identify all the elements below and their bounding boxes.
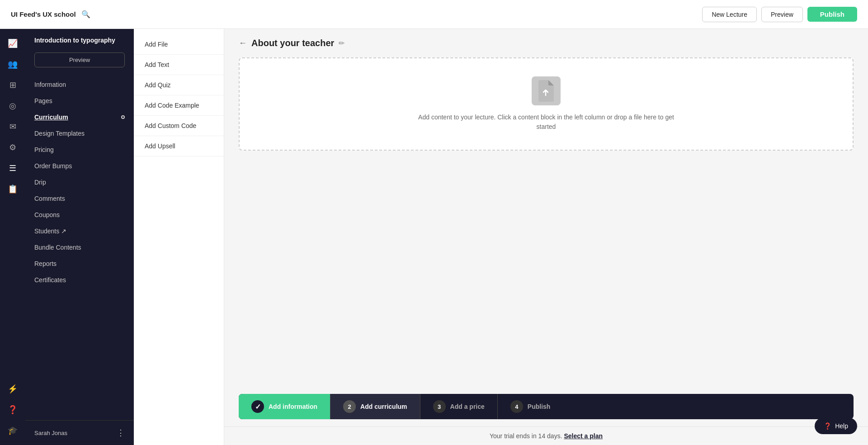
sidebar-item-curriculum[interactable]: Curriculum xyxy=(25,109,134,125)
user-info-bar: Sarah Jonas ⋮ xyxy=(25,420,134,445)
sidebar-item-reports[interactable]: Reports xyxy=(25,256,134,272)
sidebar-item-coupons[interactable]: Coupons xyxy=(25,207,134,223)
graduation-icon[interactable]: 🎓 xyxy=(4,421,22,440)
users-icon[interactable]: 👥 xyxy=(4,55,22,73)
sidebar-item-order-bumps[interactable]: Order Bumps xyxy=(25,158,134,174)
progress-bar-area: ✓ Add information 2 Add curriculum 3 Add… xyxy=(224,387,868,426)
step3-badge: 3 xyxy=(433,400,446,413)
active-dot xyxy=(121,115,125,119)
step-add-curriculum[interactable]: 2 Add curriculum xyxy=(330,394,420,419)
settings-icon[interactable]: ⚙ xyxy=(4,138,22,156)
lecture-content-area[interactable]: Add content to your lecture. Click a con… xyxy=(224,54,868,387)
sidebar-item-pages[interactable]: Pages xyxy=(25,93,134,109)
add-custom-code-option[interactable]: Add Custom Code xyxy=(134,116,224,136)
page-header: ← About your teacher ✏ xyxy=(224,29,868,54)
step-add-information[interactable]: ✓ Add information xyxy=(239,394,330,419)
app-logo: UI Feed's UX school xyxy=(11,10,76,18)
sidebar-item-information[interactable]: Information xyxy=(25,76,134,93)
select-plan-link[interactable]: Select a plan xyxy=(564,432,603,440)
main-content: ← About your teacher ✏ Add content to yo… xyxy=(224,29,868,445)
main-layout: 📈 👥 ⊞ ◎ ✉ ⚙ ☰ 📋 ⚡ ❓ 🎓 Introduction to ty… xyxy=(0,29,868,445)
sidebar-item-certificates[interactable]: Certificates xyxy=(25,272,134,288)
topbar-left: UI Feed's UX school 🔍 xyxy=(11,10,90,19)
user-name: Sarah Jonas xyxy=(34,430,67,436)
step1-badge: ✓ xyxy=(251,400,264,413)
curriculum-list-icon[interactable]: ☰ xyxy=(4,159,22,177)
course-nav: Information Pages Curriculum Design Temp… xyxy=(25,76,134,288)
step-publish[interactable]: 4 Publish xyxy=(498,394,563,419)
icon-sidebar: 📈 👥 ⊞ ◎ ✉ ⚙ ☰ 📋 ⚡ ❓ 🎓 xyxy=(0,29,25,445)
sidebar-item-comments[interactable]: Comments xyxy=(25,190,134,207)
course-title: Introduction to typography xyxy=(25,36,134,52)
add-upsell-option[interactable]: Add Upsell xyxy=(134,136,224,156)
sidebar-item-pricing[interactable]: Pricing xyxy=(25,142,134,158)
page-title: About your teacher xyxy=(251,38,334,48)
search-icon[interactable]: 🔍 xyxy=(81,10,90,19)
preview-button[interactable]: Preview xyxy=(761,7,803,22)
help-circle-icon[interactable]: ❓ xyxy=(4,401,22,419)
user-menu-icon[interactable]: ⋮ xyxy=(117,428,125,438)
add-text-option[interactable]: Add Text xyxy=(134,55,224,75)
drop-zone-text: Add content to your lecture. Click a con… xyxy=(410,113,682,132)
drop-zone[interactable]: Add content to your lecture. Click a con… xyxy=(239,57,854,151)
step4-badge: 4 xyxy=(510,400,523,413)
edit-title-icon[interactable]: ✏ xyxy=(339,39,344,47)
sidebar-item-drip[interactable]: Drip xyxy=(25,174,134,190)
step4-label: Publish xyxy=(528,403,551,410)
step-add-price[interactable]: 3 Add a price xyxy=(420,394,497,419)
step2-badge: 2 xyxy=(343,400,356,413)
help-icon: ❓ xyxy=(824,422,831,430)
step2-label: Add curriculum xyxy=(360,403,407,410)
dashboard-icon[interactable]: ⊞ xyxy=(4,76,22,94)
help-button[interactable]: ❓ Help xyxy=(815,418,857,434)
new-lecture-button[interactable]: New Lecture xyxy=(702,7,757,22)
back-button[interactable]: ← xyxy=(239,38,247,48)
trial-text: Your trial ends in 14 days. xyxy=(490,432,564,440)
trial-bar: Your trial ends in 14 days. Select a pla… xyxy=(224,426,868,445)
calendar-icon[interactable]: 📋 xyxy=(4,180,22,198)
analytics-icon[interactable]: 📈 xyxy=(4,34,22,52)
sidebar-item-design-templates[interactable]: Design Templates xyxy=(25,125,134,142)
drop-zone-icon xyxy=(532,76,561,105)
help-label: Help xyxy=(835,422,848,430)
messages-icon[interactable]: ✉ xyxy=(4,118,22,136)
content-panel: Add File Add Text Add Quiz Add Code Exam… xyxy=(134,29,224,445)
step1-label: Add information xyxy=(269,403,317,410)
publish-button[interactable]: Publish xyxy=(807,7,857,22)
progress-steps: ✓ Add information 2 Add curriculum 3 Add… xyxy=(239,394,854,419)
course-sidebar: Introduction to typography Preview Infor… xyxy=(25,29,134,445)
sidebar-item-students[interactable]: Students ↗ xyxy=(25,223,134,239)
sidebar-item-bundle-contents[interactable]: Bundle Contents xyxy=(25,239,134,256)
step3-label: Add a price xyxy=(450,403,485,410)
lightning-icon[interactable]: ⚡ xyxy=(4,380,22,398)
add-code-example-option[interactable]: Add Code Example xyxy=(134,95,224,116)
add-quiz-option[interactable]: Add Quiz xyxy=(134,75,224,95)
topbar-right: New Lecture Preview Publish xyxy=(702,7,857,22)
add-file-option[interactable]: Add File xyxy=(134,34,224,55)
topbar: UI Feed's UX school 🔍 New Lecture Previe… xyxy=(0,0,868,29)
revenue-icon[interactable]: ◎ xyxy=(4,97,22,115)
course-preview-button[interactable]: Preview xyxy=(34,52,125,67)
